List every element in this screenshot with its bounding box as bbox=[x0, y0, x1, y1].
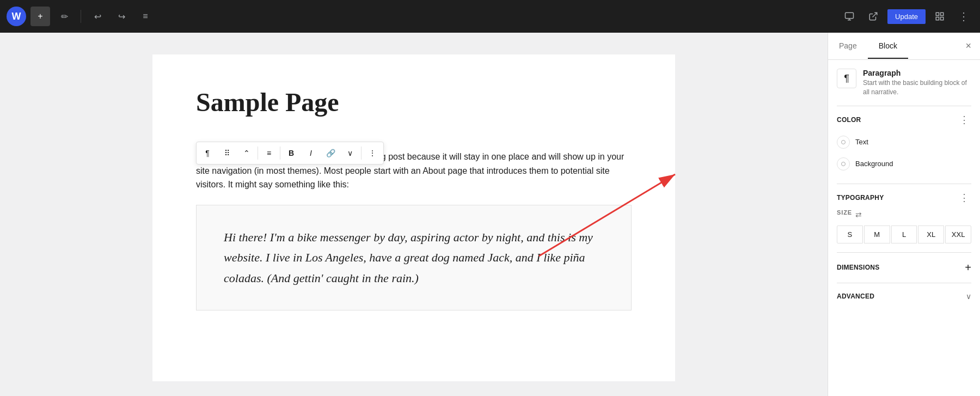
block-toolbar-divider-3 bbox=[361, 147, 362, 160]
typography-size-row: SIZE ⇄ bbox=[837, 209, 971, 220]
advanced-header[interactable]: Advanced ∨ bbox=[837, 292, 971, 301]
block-title: Paragraph bbox=[863, 69, 971, 77]
page-title: Sample Page bbox=[196, 87, 632, 117]
tab-page[interactable]: Page bbox=[828, 34, 868, 59]
svg-rect-5 bbox=[941, 13, 944, 15]
wordpress-logo[interactable]: W bbox=[7, 7, 26, 26]
size-controls: S M L XL XXL bbox=[837, 226, 971, 243]
more-formats-button[interactable]: ∨ bbox=[340, 143, 360, 163]
align-button[interactable]: ≡ bbox=[259, 143, 279, 163]
toolbar-right: Update ⋮ bbox=[840, 7, 973, 26]
top-toolbar: W + ✏ ↩ ↪ ≡ Update ⋮ bbox=[0, 0, 980, 33]
list-view-button[interactable]: ≡ bbox=[136, 7, 155, 26]
advanced-title: Advanced bbox=[837, 293, 874, 300]
add-block-button[interactable]: + bbox=[30, 7, 50, 26]
link-button[interactable]: 🔗 bbox=[321, 143, 340, 163]
typography-section-title: Typography bbox=[837, 194, 884, 202]
editor-content: Sample Page ¶ ⠿ ⌃ ≡ B I 🔗 ∨ ⋮ This is an… bbox=[152, 54, 675, 381]
block-more-button[interactable]: ⋮ bbox=[363, 143, 382, 163]
color-section-title: Color bbox=[837, 116, 861, 124]
editor-area[interactable]: Sample Page ¶ ⠿ ⌃ ≡ B I 🔗 ∨ ⋮ This is an… bbox=[0, 33, 828, 396]
paragraph-type-button[interactable]: ¶ bbox=[198, 143, 217, 163]
svg-rect-6 bbox=[941, 17, 944, 20]
text-color-label: Text bbox=[855, 138, 868, 146]
size-xxl-button[interactable]: XXL bbox=[945, 226, 971, 243]
typography-section-header: Typography ⋮ bbox=[837, 193, 971, 203]
advanced-section: Advanced ∨ bbox=[837, 292, 971, 301]
drag-handle-button[interactable]: ⠿ bbox=[217, 143, 237, 163]
edit-button[interactable]: ✏ bbox=[54, 7, 74, 26]
block-toolbar: ¶ ⠿ ⌃ ≡ B I 🔗 ∨ ⋮ bbox=[196, 142, 384, 165]
sidebar: Page Block × ¶ Paragraph Start with the … bbox=[828, 33, 980, 396]
external-link-button[interactable] bbox=[863, 7, 883, 26]
svg-rect-0 bbox=[846, 13, 854, 19]
bg-color-label: Background bbox=[855, 160, 893, 168]
dimensions-title: Dimensions bbox=[837, 264, 879, 271]
color-section-header: Color ⋮ bbox=[837, 115, 971, 125]
italic-content: Hi there! I'm a bike messenger by day, a… bbox=[224, 227, 604, 288]
toolbar-separator bbox=[81, 10, 81, 23]
tab-block[interactable]: Block bbox=[868, 34, 908, 59]
svg-rect-7 bbox=[936, 17, 939, 20]
size-m-button[interactable]: M bbox=[864, 226, 890, 243]
text-color-option[interactable]: Text bbox=[837, 131, 971, 153]
main-area: Sample Page ¶ ⠿ ⌃ ≡ B I 🔗 ∨ ⋮ This is an… bbox=[0, 33, 980, 396]
bg-color-inner bbox=[841, 162, 846, 166]
text-color-circle bbox=[837, 136, 850, 149]
size-label: SIZE bbox=[837, 209, 852, 216]
block-toolbar-divider bbox=[258, 147, 258, 160]
sidebar-close-button[interactable]: × bbox=[957, 33, 980, 59]
advanced-chevron-icon: ∨ bbox=[966, 292, 971, 301]
block-description: Start with the basic building block of a… bbox=[863, 78, 971, 97]
move-arrows-button[interactable]: ⌃ bbox=[237, 143, 256, 163]
size-l-button[interactable]: L bbox=[891, 226, 917, 243]
bold-button[interactable]: B bbox=[281, 143, 301, 163]
size-xl-button[interactable]: XL bbox=[918, 226, 944, 243]
color-more-button[interactable]: ⋮ bbox=[957, 115, 971, 125]
update-button[interactable]: Update bbox=[887, 9, 926, 24]
block-type-icon: ¶ bbox=[837, 69, 856, 88]
dimensions-add-button[interactable]: + bbox=[965, 261, 971, 274]
dimensions-header: Dimensions + bbox=[837, 261, 971, 274]
block-info-text: Paragraph Start with the basic building … bbox=[863, 69, 971, 97]
size-unit-toggle[interactable]: ⇄ bbox=[855, 210, 862, 219]
svg-rect-4 bbox=[936, 13, 939, 15]
sidebar-body: ¶ Paragraph Start with the basic buildin… bbox=[828, 60, 980, 396]
more-options-button[interactable]: ⋮ bbox=[954, 7, 973, 26]
undo-button[interactable]: ↩ bbox=[88, 7, 107, 26]
text-color-inner bbox=[841, 140, 846, 144]
desktop-view-button[interactable] bbox=[840, 7, 859, 26]
background-color-option[interactable]: Background bbox=[837, 153, 971, 175]
svg-line-3 bbox=[873, 13, 877, 17]
dimensions-section: Dimensions + bbox=[837, 261, 971, 283]
typography-section: Typography ⋮ SIZE ⇄ S M L XL XXL bbox=[837, 193, 971, 253]
settings-toggle-button[interactable] bbox=[930, 7, 950, 26]
redo-button[interactable]: ↪ bbox=[112, 7, 131, 26]
block-toolbar-divider-2 bbox=[280, 147, 280, 160]
sidebar-header: Page Block × bbox=[828, 33, 980, 60]
italic-button[interactable]: I bbox=[301, 143, 321, 163]
size-s-button[interactable]: S bbox=[837, 226, 863, 243]
bg-color-circle bbox=[837, 157, 850, 170]
typography-more-button[interactable]: ⋮ bbox=[957, 193, 971, 203]
color-section: Color ⋮ Text Background bbox=[837, 115, 971, 184]
italic-block[interactable]: Hi there! I'm a bike messenger by day, a… bbox=[196, 205, 632, 310]
block-info: ¶ Paragraph Start with the basic buildin… bbox=[837, 69, 971, 106]
